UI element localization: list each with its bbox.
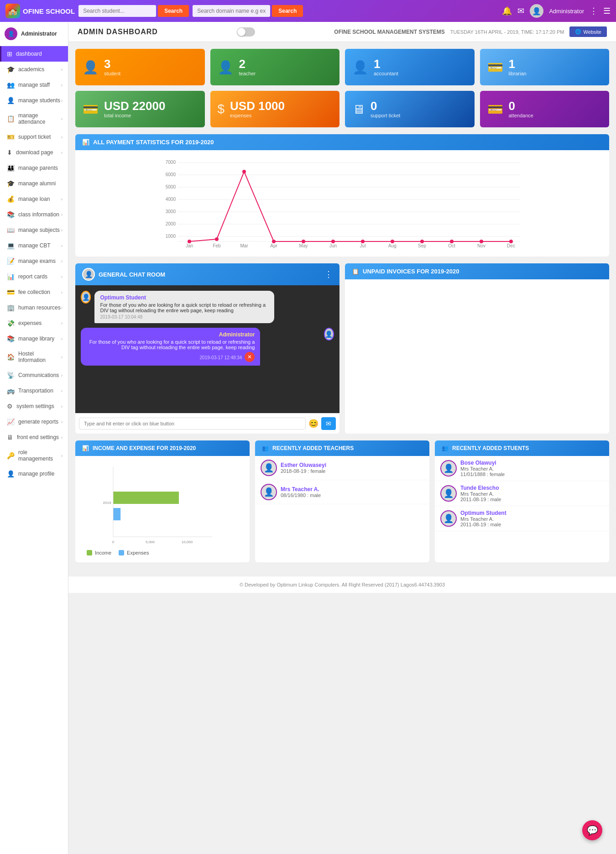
stat-card-info: 2 teacher bbox=[239, 58, 256, 76]
emoji-button[interactable]: 😊 bbox=[308, 419, 318, 429]
chat-title: GENERAL CHAT ROOM bbox=[99, 271, 165, 278]
delete-message-button[interactable]: ✕ bbox=[245, 352, 255, 362]
logo-icon: 🏫 bbox=[5, 4, 20, 18]
mail-icon[interactable]: ✉ bbox=[517, 6, 524, 16]
page-footer: © Developed by Optimum Linkup Computers.… bbox=[68, 576, 616, 593]
domain-search-input[interactable] bbox=[193, 5, 270, 17]
income-legend-label: Income bbox=[95, 550, 111, 555]
sidebar-item-manage-cbt[interactable]: 💻 manage CBT › bbox=[0, 238, 68, 253]
stat-card-info: USD 1000 expenses bbox=[230, 100, 285, 118]
teacher-name[interactable]: Esther Oluwaseyi bbox=[281, 462, 326, 468]
expense-bar bbox=[113, 508, 120, 520]
sidebar-item-class-information[interactable]: 📚 class information › bbox=[0, 207, 68, 222]
stat-card-info: 1 accountant bbox=[374, 58, 398, 76]
sidebar-item-transportation[interactable]: 🚌 Transportation › bbox=[0, 383, 68, 398]
student-avatar: 👤 bbox=[440, 460, 457, 477]
chat-section: 👤 GENERAL CHAT ROOM ⋮ 👤 bbox=[75, 263, 339, 434]
admin-avatar[interactable]: 👤 bbox=[530, 4, 543, 18]
stat-card-student: 👤 3 student bbox=[75, 49, 205, 85]
fab-chat-button[interactable]: 💬 bbox=[582, 820, 602, 840]
bell-icon[interactable]: 🔔 bbox=[502, 6, 512, 16]
sidebar-item-manage-subjects[interactable]: 📖 manage subjects › bbox=[0, 222, 68, 238]
student-search-button[interactable]: Search bbox=[158, 5, 189, 17]
sidebar-item-manage-library[interactable]: 📚 manage library › bbox=[0, 331, 68, 346]
student-info: Optimum Student Mrs Teacher A. 2011-08-1… bbox=[460, 510, 506, 527]
students-title: RECENTLY ADDED STUENTS bbox=[452, 445, 529, 451]
sidebar-item-hostel-information[interactable]: 🏠 Hostel Information › bbox=[0, 346, 68, 367]
sidebar-item-icon: 📚 bbox=[7, 211, 15, 218]
sidebar-item-manage-loan[interactable]: 💰 manage loan › bbox=[0, 191, 68, 207]
toggle-switch[interactable] bbox=[237, 27, 255, 37]
stat-card-label: student bbox=[104, 71, 120, 76]
teacher-name[interactable]: Mrs Teacher A. bbox=[281, 486, 321, 492]
chevron-right-icon: › bbox=[61, 98, 63, 103]
sidebar-item-communications[interactable]: 📡 Communications › bbox=[0, 367, 68, 383]
sidebar-item-download-page[interactable]: ⬇ download page › bbox=[0, 145, 68, 160]
sidebar-item-manage-parents[interactable]: 👨‍👩‍👦 manage parents bbox=[0, 160, 68, 176]
svg-text:0: 0 bbox=[112, 540, 115, 544]
sidebar-item-content: 🔑 role managements bbox=[7, 449, 61, 462]
sidebar-item-manage-profile[interactable]: 👤 manage profile bbox=[0, 466, 68, 482]
stat-card-number: USD 22000 bbox=[104, 100, 165, 112]
sidebar-item-manage-attendance[interactable]: 📋 manage attendance › bbox=[0, 108, 68, 129]
sidebar-item-fee-collection[interactable]: 💳 fee collection › bbox=[0, 284, 68, 300]
sidebar-item-content: ⊞ dashboard bbox=[7, 50, 42, 58]
svg-text:Feb: Feb bbox=[213, 243, 221, 248]
sidebar-item-label: manage exams bbox=[18, 258, 56, 264]
sidebar-item-front-end-settings[interactable]: 🖥 front end settings › bbox=[0, 430, 68, 445]
sidebar-item-generate-reports[interactable]: 📈 generate reports › bbox=[0, 414, 68, 430]
sidebar-item-label: class information bbox=[18, 211, 59, 218]
svg-point-28 bbox=[215, 237, 219, 241]
admin-bubble: Administrator For those of you who are l… bbox=[81, 328, 320, 366]
sidebar-item-expenses[interactable]: 💸 expenses › bbox=[0, 315, 68, 331]
sidebar-item-system-settings[interactable]: ⚙ system settings › bbox=[0, 398, 68, 414]
teacher-info: Mrs Teacher A. 08/16/1980 : male bbox=[281, 486, 321, 498]
sidebar-item-icon: 📚 bbox=[7, 335, 15, 342]
expense-legend-label: Expenses bbox=[127, 550, 149, 555]
sidebar-item-icon: 🚌 bbox=[7, 387, 15, 394]
income-legend-color bbox=[87, 550, 92, 555]
more-options-icon[interactable]: ⋮ bbox=[590, 6, 598, 16]
sidebar-item-manage-students[interactable]: 👤 manage students › bbox=[0, 93, 68, 108]
student-dob: 2011-08-19 : male bbox=[460, 522, 506, 527]
sidebar-item-role-managements[interactable]: 🔑 role managements › bbox=[0, 445, 68, 466]
sidebar-item-content: 📝 manage exams bbox=[7, 257, 56, 265]
menu-icon[interactable]: ☰ bbox=[603, 6, 611, 16]
sidebar-item-icon: 🎓 bbox=[7, 66, 15, 73]
admin-name-label: Administrator bbox=[549, 8, 584, 15]
sidebar-item-dashboard[interactable]: ⊞ dashboard bbox=[0, 46, 68, 62]
sidebar-item-manage-alumni[interactable]: 🎓 manage alumni bbox=[0, 176, 68, 191]
system-name: OFINE SCHOOL MANAGEMENT SYSTEMS bbox=[334, 29, 444, 35]
domain-search-button[interactable]: Search bbox=[272, 5, 303, 17]
sidebar-item-icon: 🖥 bbox=[7, 434, 13, 441]
chat-send-button[interactable]: ✉ bbox=[321, 417, 336, 430]
sidebar-item-manage-staff[interactable]: 👥 manage staff › bbox=[0, 77, 68, 93]
chat-options-icon[interactable]: ⋮ bbox=[324, 269, 333, 279]
student-bubble-text: For those of you who are looking for a q… bbox=[100, 302, 268, 313]
student-search-input[interactable] bbox=[78, 5, 156, 17]
sidebar-item-icon: 💰 bbox=[7, 195, 15, 203]
chat-input[interactable] bbox=[79, 418, 306, 430]
sidebar-item-content: 🖥 front end settings bbox=[7, 434, 59, 441]
sidebar-item-report-cards[interactable]: 📊 report cards › bbox=[0, 269, 68, 284]
invoice-title: UNPAID INVOICES FOR 2019-2020 bbox=[363, 268, 459, 275]
svg-text:Dec: Dec bbox=[507, 243, 515, 248]
student-name[interactable]: Bose Olawuyi bbox=[460, 460, 505, 466]
sidebar-item-support-ticket[interactable]: 🎫 support ticket › bbox=[0, 129, 68, 145]
sidebar-item-academics[interactable]: 🎓 academics › bbox=[0, 62, 68, 77]
sidebar-item-human-resources[interactable]: 🏢 human resources › bbox=[0, 300, 68, 315]
sidebar-item-label: manage CBT bbox=[18, 242, 51, 249]
student-name[interactable]: Tunde Elescho bbox=[460, 485, 501, 491]
main-content: ADMIN DASHBOARD OFINE SCHOOL MANAGEMENT … bbox=[68, 22, 616, 854]
student-detail: Mrs Teacher A. bbox=[460, 491, 501, 497]
sidebar-item-manage-exams[interactable]: 📝 manage exams › bbox=[0, 253, 68, 269]
chevron-right-icon: › bbox=[61, 243, 63, 248]
header-toggle bbox=[237, 27, 255, 37]
chart-legend: Income Expenses bbox=[82, 550, 243, 555]
website-button[interactable]: 🌐 Website bbox=[569, 26, 607, 37]
sidebar-item-content: 👥 manage staff bbox=[7, 81, 50, 89]
stat-card-librarian: 💳 1 librarian bbox=[480, 49, 610, 85]
sidebar-user-avatar: 👤 bbox=[5, 27, 17, 40]
page-title: ADMIN DASHBOARD bbox=[78, 28, 158, 36]
student-name[interactable]: Optimum Student bbox=[460, 510, 506, 516]
